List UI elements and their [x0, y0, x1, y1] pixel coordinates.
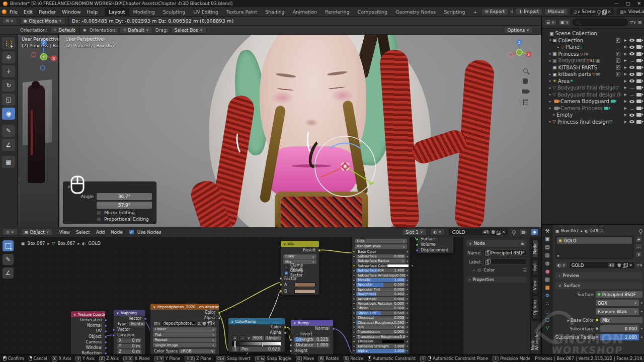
annotate-tool[interactable]: ✎	[2, 125, 15, 137]
principled-input-row[interactable]: Metallic 1.000 ∨	[352, 278, 410, 282]
orientation-dropdown[interactable]: ⟐Default∨	[120, 27, 152, 34]
properties-tab-icon[interactable]: ⚒	[545, 229, 550, 234]
annotate-tool[interactable]: ✎	[3, 254, 14, 265]
mirror-editing-checkbox[interactable]	[97, 211, 101, 215]
workspace-tab[interactable]: Shading	[261, 8, 289, 17]
output-socket[interactable]	[104, 324, 107, 327]
menu-item[interactable]: Render	[36, 8, 59, 16]
principled-input-row[interactable]: Transmission Roughness 0.000 ∨	[352, 334, 410, 339]
principled-input-row[interactable]: Transmission 0.000 ∨	[352, 330, 410, 334]
hide-toggle-closed[interactable]	[630, 86, 634, 89]
selectable-toggle[interactable]: ➤	[622, 51, 627, 57]
principled-input-row[interactable]: Clearcoat 0.000 ∨	[352, 315, 410, 320]
ramp-mode-dropdown[interactable]: RGB	[252, 336, 263, 340]
properties-tab-icon[interactable]: ▧	[545, 277, 549, 282]
hide-toggle-closed[interactable]	[630, 59, 634, 62]
input-socket[interactable]	[353, 260, 355, 262]
input-socket[interactable]	[112, 328, 115, 331]
outliner-row[interactable]: ▸ ▽ Princess final design ▽ ✓ ➤	[542, 119, 644, 126]
input-socket[interactable]	[353, 288, 355, 291]
ramp-interp-dropdown[interactable]: Linear	[265, 336, 281, 340]
axis-value-row[interactable]: Z0 m	[114, 349, 145, 354]
render-visibility-toggle[interactable]	[636, 52, 641, 56]
colorramp-node[interactable]: ∨ColorRamp Color Alpha + − ∨ RGB Linear …	[228, 318, 285, 352]
add-stop-button[interactable]: +	[232, 335, 238, 341]
node-output-row[interactable]: UV	[71, 328, 105, 334]
properties-tab-icon[interactable]: ◌	[545, 309, 550, 314]
zoom-icon[interactable]	[521, 66, 530, 75]
properties-panel-header[interactable]: ›Properties	[466, 276, 527, 283]
angle-value-2[interactable]: 57.9°	[97, 202, 152, 209]
output-socket[interactable]	[104, 352, 107, 355]
surface-panel-header[interactable]: ∨Surface	[555, 282, 642, 289]
image-setting-dropdown[interactable]: Repeat∨	[153, 338, 216, 342]
render-visibility-toggle[interactable]	[636, 86, 641, 89]
input-socket[interactable]	[353, 302, 355, 305]
render-visibility-toggle[interactable]	[636, 66, 641, 69]
bump-node[interactable]: ∨Bump Normal Invert Strength0.225 Distan…	[290, 319, 334, 354]
input-socket[interactable]	[353, 274, 355, 277]
axis-value-row[interactable]: X0 m	[114, 338, 145, 343]
color-swatch[interactable]	[387, 264, 409, 267]
properties-tab-icon[interactable]: ○	[545, 317, 550, 322]
expand-arrow-icon[interactable]: ▸	[556, 45, 560, 49]
hide-toggle[interactable]	[629, 79, 634, 82]
input-socket[interactable]	[353, 335, 355, 338]
selectable-toggle[interactable]: ➤	[622, 106, 627, 111]
selectable-toggle[interactable]: ➤	[622, 119, 627, 125]
outliner-row[interactable]: ▸ Camera Princess ✓ ➤	[542, 105, 644, 112]
output-socket[interactable]	[104, 330, 107, 333]
tweak-tool[interactable]	[3, 240, 14, 251]
node-output-row[interactable]: Object	[71, 334, 105, 339]
exclude-checkbox[interactable]: ✓	[616, 72, 620, 76]
add-slot-button[interactable]: +	[635, 236, 642, 242]
filter-id-dropdown[interactable]: ▣∨	[558, 19, 571, 26]
height-input-socket[interactable]	[289, 349, 292, 352]
copy-icon[interactable]	[497, 230, 501, 234]
outliner-search-input[interactable]	[573, 19, 628, 26]
editor-type-selector[interactable]: ◎∨	[3, 229, 18, 235]
principled-input-row[interactable]: Sheen Tint 0.500 ∨	[352, 311, 410, 315]
outliner-row[interactable]: ▸ ▣ kitbash parts 80 ✓ ➤	[542, 71, 644, 78]
clamp-result-checkbox[interactable]	[284, 265, 288, 269]
input-socket[interactable]	[289, 344, 292, 347]
material-icon-dropdown[interactable]: ◐∨	[430, 229, 445, 235]
fake-user-icon[interactable]	[492, 230, 495, 234]
minimize-button[interactable]: —	[614, 1, 619, 6]
overlay-toggle-icon[interactable]: ◉	[531, 229, 538, 235]
displacement-input-socket[interactable]	[416, 249, 419, 252]
use-nodes-checkbox[interactable]: ✓	[129, 230, 134, 234]
operator-redo-panel[interactable]: ∨ Angle 36.7° 57.9° Mirror Editing Propo…	[63, 182, 156, 224]
sidebar-tab[interactable]: Options	[532, 296, 538, 319]
node-name-field[interactable]: Principled BSDF	[484, 249, 527, 256]
invert-checkbox[interactable]	[294, 332, 298, 336]
principled-input-row[interactable]: Emission Strength 1.000 ∨	[352, 344, 410, 348]
output-socket[interactable]	[104, 319, 107, 322]
pin-icon[interactable]	[512, 230, 516, 234]
workspace-tab[interactable]: Animation	[289, 8, 321, 17]
render-visibility-toggle[interactable]	[636, 113, 641, 117]
expand-arrow-icon[interactable]: ▸	[548, 93, 552, 97]
scale-tool[interactable]: ◱	[2, 94, 15, 106]
a-input-socket[interactable]	[279, 283, 282, 286]
image-users-badge[interactable]: 2	[196, 321, 202, 326]
unlink-icon[interactable]: ✕	[629, 263, 632, 267]
principled-input-row[interactable]: Specular Tint 0.000 ∨	[352, 287, 410, 292]
browse-material-icon[interactable]: ◐∨	[555, 262, 568, 268]
hide-toggle[interactable]	[629, 46, 634, 49]
principled-input-row[interactable]: Base Color ∨	[352, 249, 410, 254]
principled-input-row[interactable]: IOR 1.450 ∨	[352, 325, 410, 329]
properties-tab-icon[interactable]: ▣	[545, 237, 549, 242]
expand-arrow-icon[interactable]: ▸	[548, 72, 552, 76]
input-socket[interactable]	[353, 321, 355, 324]
subsurface-radius-value[interactable]: 1.000	[600, 334, 639, 340]
principled-input-row[interactable]: Roughness 0.400 ∨	[352, 292, 410, 297]
hide-toggle[interactable]	[629, 52, 634, 55]
input-socket[interactable]	[353, 269, 355, 272]
shader-menu-item[interactable]: View	[56, 229, 73, 236]
pin-icon[interactable]	[639, 229, 642, 233]
mix-node[interactable]: ∨Mix Result Color∨ Mix∨ Clamp Result ✓Cl…	[280, 240, 319, 295]
principled-input-row[interactable]: Subsurface IOR 1.400 ∨	[352, 268, 410, 273]
alpha-dropdown[interactable]: Straight∨	[167, 354, 215, 355]
input-socket[interactable]	[353, 264, 355, 267]
